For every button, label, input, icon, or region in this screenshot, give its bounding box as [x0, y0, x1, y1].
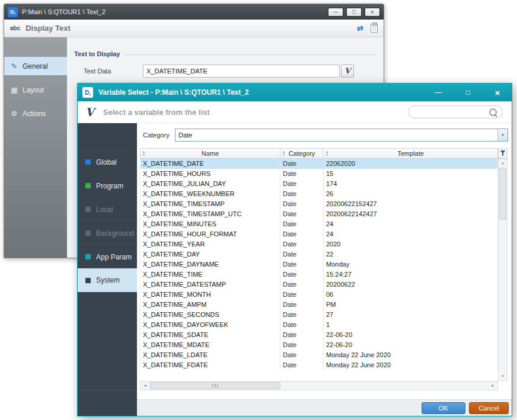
- scroll-right-arrow[interactable]: ►: [489, 381, 497, 390]
- cell-category: Date: [280, 280, 324, 290]
- scroll-up-arrow[interactable]: ▲: [499, 159, 507, 167]
- vertical-scrollbar[interactable]: ▲ ▼: [498, 159, 508, 381]
- cell-name: X_DATETIME_WEEKNUMBER: [141, 189, 280, 199]
- column-header-template[interactable]: ▲ ▼ Template: [324, 149, 497, 158]
- cell-category: Date: [280, 320, 324, 330]
- app-logo-icon: D,: [82, 87, 93, 98]
- minimize-button[interactable]: —: [433, 88, 443, 97]
- dialog-main: Category Date ▼ ▲ ▼ Name ▲ ▼: [137, 123, 512, 416]
- app-logo-icon: D,: [8, 7, 18, 17]
- column-header-name[interactable]: ▲ ▼ Name: [141, 149, 280, 158]
- table-row[interactable]: X_DATETIME_SDATEDate22-06-20: [141, 330, 497, 340]
- category-label: Category: [143, 132, 170, 139]
- table-row[interactable]: X_DATETIME_MONTHDate06: [141, 290, 497, 300]
- back-sidebar-item-general[interactable]: ✎General: [4, 57, 67, 75]
- table-row[interactable]: X_DATETIME_DATEDate22062020: [141, 159, 497, 169]
- cell-category: Date: [280, 169, 324, 179]
- table-row[interactable]: X_DATETIME_WEEKNUMBERDate26: [141, 189, 497, 199]
- horizontal-scrollbar[interactable]: ◄ ►: [140, 381, 498, 390]
- dialog-sidebar-item-system[interactable]: System: [78, 268, 137, 292]
- back-sidebar-item-actions[interactable]: ⚙Actions: [4, 104, 67, 123]
- vertical-scrollbar-thumb[interactable]: [499, 168, 506, 220]
- cell-category: Date: [280, 270, 324, 280]
- column-label: Template: [397, 150, 424, 157]
- maximize-button[interactable]: □: [346, 8, 362, 17]
- table-row[interactable]: X_DATETIME_MDATEDate22-06-20: [141, 340, 497, 350]
- close-button[interactable]: ×: [365, 8, 380, 17]
- column-header-category[interactable]: ▲ ▼ Category: [280, 149, 324, 158]
- cell-category: Date: [280, 199, 324, 209]
- cell-category: Date: [280, 330, 324, 340]
- table-row[interactable]: X_DATETIME_YEARDate2020: [141, 239, 497, 249]
- table-header: ▲ ▼ Name ▲ ▼ Category ▲ ▼: [140, 148, 498, 159]
- dialog-window-controls: — □ ×: [433, 88, 502, 98]
- dialog-footer: OK Cancel: [137, 399, 512, 416]
- table-row[interactable]: X_DATETIME_DAYDate22: [141, 249, 497, 259]
- table-row[interactable]: X_DATETIME_SECONDSDate27: [141, 310, 497, 320]
- scroll-down-arrow[interactable]: ▼: [499, 373, 507, 380]
- dialog-header: V Select a variable from the list: [78, 101, 512, 123]
- cell-name: X_DATETIME_MDATE: [141, 340, 280, 350]
- close-button[interactable]: ×: [493, 88, 502, 98]
- variable-select-dialog: D, Variable Select - P:Main \ S:QTOUR1 \…: [77, 83, 512, 416]
- chevron-down-icon[interactable]: ▼: [497, 129, 508, 141]
- insert-variable-icon[interactable]: ⇄: [357, 24, 363, 33]
- text-data-label: Text Data: [84, 68, 111, 75]
- table-row[interactable]: X_DATETIME_HOUR_FORMATDate24: [141, 229, 497, 239]
- category-square-icon: [85, 230, 91, 236]
- table-row[interactable]: X_DATETIME_TIMESTAMP_UTCDate202006221424…: [141, 209, 497, 219]
- table-row[interactable]: X_DATETIME_DAYOFWEEKDate1: [141, 320, 497, 330]
- cell-name: X_DATETIME_DAYOFWEEK: [141, 320, 280, 330]
- cell-name: X_DATETIME_DATESTAMP: [141, 280, 280, 290]
- dialog-titlebar: D, Variable Select - P:Main \ S:QTOUR1 \…: [78, 84, 512, 101]
- table-row[interactable]: X_DATETIME_TIMESTAMPDate20200622152427: [141, 199, 497, 209]
- ok-button[interactable]: OK: [422, 402, 465, 414]
- dialog-sidebar-item-global[interactable]: Global: [78, 150, 137, 174]
- abc-text-icon: abc: [10, 25, 20, 31]
- variable-select-button[interactable]: V: [341, 65, 354, 78]
- cancel-button[interactable]: Cancel: [469, 402, 509, 414]
- table-row[interactable]: X_DATETIME_HOURSDate15: [141, 169, 497, 179]
- horizontal-scrollbar-thumb[interactable]: [150, 382, 280, 389]
- cell-template: 20200622: [324, 280, 497, 290]
- cell-category: Date: [280, 179, 324, 189]
- table-row[interactable]: X_DATETIME_DATESTAMPDate20200622: [141, 280, 497, 290]
- table-row[interactable]: X_DATETIME_TIMEDate15:24:27: [141, 270, 497, 280]
- table-row[interactable]: X_DATETIME_LDATEDateMonday 22 June 2020: [141, 350, 497, 360]
- text-data-input[interactable]: [143, 65, 340, 78]
- table-row[interactable]: X_DATETIME_DAYNAMEDateMonday: [141, 259, 497, 270]
- dialog-sidebar-item-app-param[interactable]: App Param: [78, 245, 137, 268]
- maximize-button[interactable]: □: [463, 88, 473, 97]
- cell-category: Date: [280, 300, 324, 310]
- category-dropdown[interactable]: Date ▼: [175, 129, 508, 142]
- back-sidebar-item-layout[interactable]: ▦Layout: [4, 81, 67, 99]
- dialog-sidebar-item-label: Program: [96, 182, 123, 190]
- filter-button[interactable]: [498, 148, 508, 159]
- clipboard-icon[interactable]: [371, 24, 378, 33]
- category-square-icon: [85, 207, 91, 212]
- cell-name: X_DATETIME_FDATE: [141, 360, 280, 370]
- dialog-sidebar-item-program[interactable]: Program: [78, 174, 137, 197]
- sort-icon: ▲ ▼: [325, 150, 328, 156]
- cell-template: 20200622142427: [324, 209, 497, 219]
- cell-category: Date: [280, 259, 324, 270]
- table-row[interactable]: X_DATETIME_FDATEDateMonday 22 June 2020: [141, 360, 497, 370]
- sort-icon: ▲ ▼: [142, 150, 145, 156]
- cell-name: X_DATETIME_MONTH: [141, 290, 280, 300]
- cell-template: Monday 22 June 2020: [324, 350, 497, 360]
- cell-category: Date: [280, 219, 324, 229]
- group-divider: [125, 54, 375, 55]
- sort-down-arrow: ▼: [282, 153, 285, 156]
- scroll-left-arrow[interactable]: ◄: [141, 381, 149, 390]
- cell-name: X_DATETIME_DATE: [141, 159, 280, 169]
- cell-category: Date: [280, 189, 324, 199]
- table-row[interactable]: X_DATETIME_JULIAN_DAYDate174: [141, 179, 497, 189]
- table-row[interactable]: X_DATETIME_MINUTESDate24: [141, 219, 497, 229]
- search-input[interactable]: [414, 107, 486, 117]
- table-row[interactable]: X_DATETIME_AMPMDatePM: [141, 300, 497, 310]
- back-sidebar-item-label: General: [23, 62, 48, 70]
- cell-template: 27: [324, 310, 497, 320]
- cell-category: Date: [280, 360, 324, 370]
- cell-category: Date: [280, 239, 324, 249]
- minimize-button[interactable]: —: [328, 8, 343, 17]
